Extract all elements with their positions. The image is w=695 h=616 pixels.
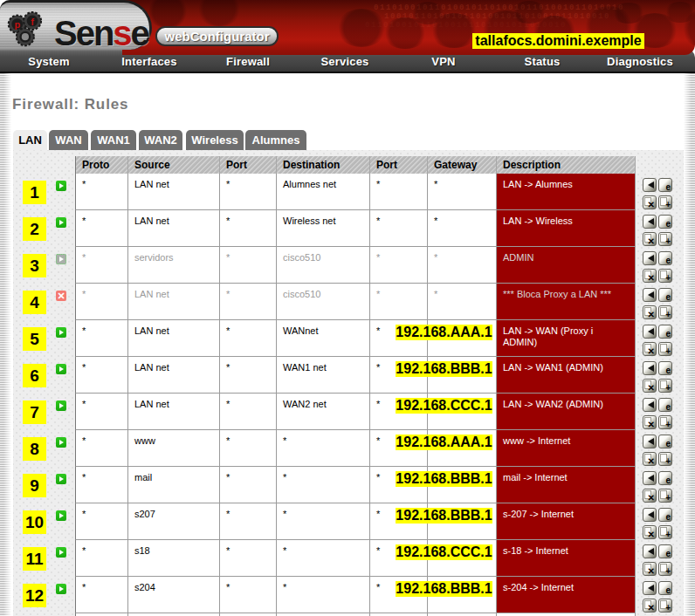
svg-text:f: f (31, 17, 34, 27)
svg-text:p: p (14, 19, 20, 30)
